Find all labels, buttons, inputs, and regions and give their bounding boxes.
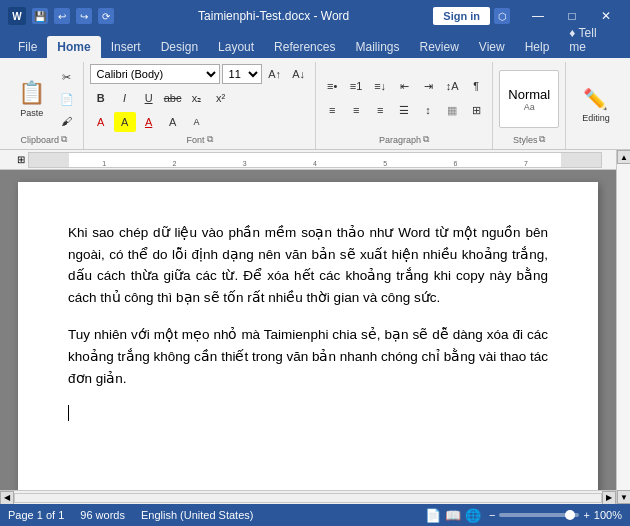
- paste-icon: 📋: [18, 80, 45, 106]
- document-area[interactable]: Khi sao chép dữ liệu vào phần mềm soạn t…: [0, 170, 616, 490]
- redo-icon[interactable]: ↪: [76, 8, 92, 24]
- vertical-scroll-track[interactable]: [617, 164, 630, 490]
- bold-button[interactable]: B: [90, 88, 112, 108]
- paragraph-1[interactable]: Khi sao chép dữ liệu vào phần mềm soạn t…: [68, 222, 548, 308]
- editing-content: ✏️ Editing: [574, 64, 618, 145]
- justify-button[interactable]: ☰: [393, 100, 415, 120]
- shading-button[interactable]: ▦: [441, 100, 463, 120]
- paragraph-group: ≡• ≡1 ≡↓ ⇤ ⇥ ↕A ¶ ≡ ≡ ≡ ☰ ↕ ▦ ⊞: [316, 62, 494, 149]
- vertical-scrollbar[interactable]: ▲ ▼: [616, 150, 630, 504]
- text-effects-button[interactable]: A: [90, 112, 112, 132]
- tab-insert[interactable]: Insert: [101, 36, 151, 58]
- font-row-3: A A A A A: [90, 112, 310, 132]
- clipboard-dialog-icon[interactable]: ⧉: [61, 134, 67, 145]
- italic-button[interactable]: I: [114, 88, 136, 108]
- paragraph-2[interactable]: Tuy nhiên với một mẹo nhỏ mà Taimienphi …: [68, 324, 548, 389]
- ruler-toggle-button[interactable]: ⊞: [14, 150, 28, 169]
- print-layout-button[interactable]: 📄: [425, 508, 441, 523]
- cut-button[interactable]: ✂: [56, 67, 78, 87]
- strikethrough-button[interactable]: abc: [162, 88, 184, 108]
- text-highlight-button[interactable]: A: [114, 112, 136, 132]
- tab-view[interactable]: View: [469, 36, 515, 58]
- decrease-font-button[interactable]: A↓: [288, 64, 310, 84]
- styles-label: Styles ⧉: [513, 134, 546, 147]
- align-center-button[interactable]: ≡: [345, 100, 367, 120]
- refresh-icon[interactable]: ⟳: [98, 8, 114, 24]
- tab-home[interactable]: Home: [47, 36, 100, 58]
- line-spacing-button[interactable]: ↕: [417, 100, 439, 120]
- web-layout-button[interactable]: 🌐: [465, 508, 481, 523]
- scroll-right-button[interactable]: ▶: [602, 491, 616, 505]
- font-family-select[interactable]: Calibri (Body): [90, 64, 220, 84]
- paragraph-dialog-icon[interactable]: ⧉: [423, 134, 429, 145]
- clipboard-label: Clipboard ⧉: [20, 134, 67, 147]
- sign-in-button[interactable]: Sign in: [433, 7, 490, 25]
- tab-review[interactable]: Review: [409, 36, 468, 58]
- font-size-select[interactable]: 11: [222, 64, 262, 84]
- font-size-up2[interactable]: A: [162, 112, 184, 132]
- zoom-slider[interactable]: [499, 513, 579, 517]
- tab-references[interactable]: References: [264, 36, 345, 58]
- show-formatting-button[interactable]: ¶: [465, 76, 487, 96]
- cursor-line: [68, 405, 548, 421]
- superscript-button[interactable]: x²: [210, 88, 232, 108]
- align-right-button[interactable]: ≡: [369, 100, 391, 120]
- app-container: W 💾 ↩ ↪ ⟳ Taimienphi-Test.docx - Word Si…: [0, 0, 630, 526]
- styles-a-label: Aa: [524, 102, 535, 112]
- sort-button[interactable]: ↕A: [441, 76, 463, 96]
- document-page[interactable]: Khi sao chép dữ liệu vào phần mềm soạn t…: [18, 182, 598, 490]
- font-color-button[interactable]: A: [138, 112, 160, 132]
- align-left-button[interactable]: ≡: [321, 100, 343, 120]
- scroll-down-button[interactable]: ▼: [617, 490, 630, 504]
- read-mode-button[interactable]: 📖: [445, 508, 461, 523]
- styles-normal-label: Normal: [508, 87, 550, 102]
- font-group: Calibri (Body) 11 A↑ A↓ B I U abc x₂ x²: [84, 62, 315, 149]
- decrease-indent-button[interactable]: ⇤: [393, 76, 415, 96]
- tab-mailings[interactable]: Mailings: [345, 36, 409, 58]
- format-painter-button[interactable]: 🖌: [56, 111, 78, 131]
- zoom-out-button[interactable]: −: [489, 509, 495, 521]
- styles-dialog-icon[interactable]: ⧉: [539, 134, 545, 145]
- editing-icon: ✏️: [583, 87, 608, 111]
- numbering-button[interactable]: ≡1: [345, 76, 367, 96]
- font-row-1: Calibri (Body) 11 A↑ A↓: [90, 64, 310, 84]
- clipboard-extras: ✂ 📄 🖌: [56, 67, 78, 131]
- scroll-left-button[interactable]: ◀: [0, 491, 14, 505]
- increase-font-button[interactable]: A↑: [264, 64, 286, 84]
- zoom-in-button[interactable]: +: [583, 509, 589, 521]
- editing-group: ✏️ Editing: [566, 62, 626, 149]
- para-row-1: ≡• ≡1 ≡↓ ⇤ ⇥ ↕A ¶: [321, 76, 487, 96]
- copy-button[interactable]: 📄: [56, 89, 78, 109]
- save-icon[interactable]: 💾: [32, 8, 48, 24]
- horizontal-scrollbar[interactable]: ◀ ▶: [0, 490, 616, 504]
- scroll-up-button[interactable]: ▲: [617, 150, 630, 164]
- horizontal-ruler: 1 2 3 4 5 6 7: [28, 152, 602, 168]
- minimize-button[interactable]: —: [522, 6, 554, 26]
- borders-button[interactable]: ⊞: [465, 100, 487, 120]
- para-row-2: ≡ ≡ ≡ ☰ ↕ ▦ ⊞: [321, 100, 487, 120]
- undo-icon[interactable]: ↩: [54, 8, 70, 24]
- subscript-button[interactable]: x₂: [186, 88, 208, 108]
- underline-button[interactable]: U: [138, 88, 160, 108]
- word-icon: W: [8, 7, 26, 25]
- font-dialog-icon[interactable]: ⧉: [207, 134, 213, 145]
- title-bar-title: Taimienphi-Test.docx - Word: [114, 9, 433, 23]
- page-info: Page 1 of 1: [8, 509, 64, 521]
- horizontal-scroll-track[interactable]: [14, 493, 602, 503]
- tab-design[interactable]: Design: [151, 36, 208, 58]
- styles-normal-button[interactable]: Normal Aa: [499, 70, 559, 128]
- tab-help[interactable]: Help: [515, 36, 560, 58]
- ruler-margin-left: [29, 153, 69, 167]
- tab-file[interactable]: File: [8, 36, 47, 58]
- ribbon-display-icon[interactable]: ⬡: [494, 8, 510, 24]
- styles-content: Normal Aa: [499, 64, 559, 134]
- editing-button[interactable]: ✏️ Editing: [574, 76, 618, 134]
- bullets-button[interactable]: ≡•: [321, 76, 343, 96]
- multilevel-button[interactable]: ≡↓: [369, 76, 391, 96]
- zoom-level: 100%: [594, 509, 622, 521]
- font-size-down2[interactable]: A: [186, 112, 208, 132]
- tab-layout[interactable]: Layout: [208, 36, 264, 58]
- increase-indent-button[interactable]: ⇥: [417, 76, 439, 96]
- paste-button[interactable]: 📋 Paste: [10, 70, 54, 128]
- tab-tell-me[interactable]: ♦ Tell me: [559, 22, 622, 58]
